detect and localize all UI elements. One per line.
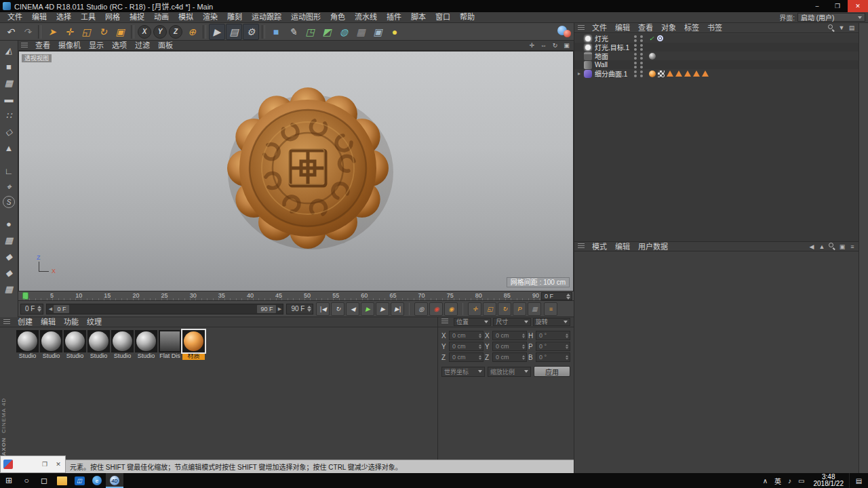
interface-select[interactable]: 启动 (用户) [797, 13, 865, 22]
material-item[interactable]: 材质 [182, 330, 205, 360]
object-menu-item[interactable]: 书签 [703, 23, 726, 33]
menu-item[interactable]: 角色 [326, 12, 350, 22]
lock-z-axis-icon[interactable]: Z [169, 25, 182, 39]
object-menu-item[interactable]: 对象 [657, 23, 680, 33]
range-left-arrow-icon[interactable]: ◀ [47, 306, 54, 312]
rotation-field[interactable]: 0 ° [536, 331, 570, 340]
spinner-arrows-icon[interactable] [479, 355, 481, 360]
material-thumbnail[interactable] [159, 330, 181, 352]
undo-icon[interactable]: ↶ [2, 24, 18, 40]
coordinate-header-dropdown[interactable]: 尺寸 [493, 318, 530, 326]
end-frame-field[interactable]: 90 F [286, 304, 313, 314]
material-menu-item[interactable]: 功能 [60, 317, 83, 327]
object-row[interactable]: ▸ 细分曲面.1 [574, 69, 859, 78]
panel-grip-icon[interactable] [441, 319, 448, 325]
texture-mode-icon[interactable]: ▦ [1, 75, 16, 90]
add-light-icon[interactable]: ● [387, 24, 403, 40]
pan-view-icon[interactable]: ✛ [527, 41, 537, 50]
visibility-dots[interactable] [634, 35, 643, 42]
mini-restore-button[interactable]: ❐ [38, 456, 52, 472]
position-field[interactable]: 0 cm [449, 352, 484, 362]
object-tag-icon[interactable] [649, 70, 656, 77]
cinema4d-taskbar-icon[interactable]: 4D [106, 473, 123, 488]
panel-menu-icon[interactable]: ≡ [849, 243, 856, 250]
file-explorer-icon[interactable] [53, 473, 71, 488]
spinner-arrows-icon[interactable] [522, 333, 525, 338]
record-rotation-toggle[interactable]: ↻ [498, 302, 511, 316]
scale-tool-icon[interactable]: ◱ [78, 24, 94, 40]
object-menu-item[interactable]: 文件 [588, 23, 611, 33]
visibility-dots[interactable] [634, 62, 643, 68]
object-tag-icon[interactable] [649, 53, 656, 60]
task-view-icon[interactable]: ◻ [35, 473, 53, 488]
range-start-handle[interactable]: 0 F [54, 305, 69, 313]
add-volume-icon[interactable]: ◍ [336, 24, 352, 40]
rotation-field[interactable]: 0 ° [536, 342, 570, 351]
viewport-menu-item[interactable]: 查看 [31, 41, 54, 50]
object-menu-item[interactable]: 查看 [634, 23, 657, 33]
spinner-arrows-icon[interactable] [479, 333, 481, 338]
add-field-icon[interactable]: ▦ [353, 24, 369, 40]
add-spline-icon[interactable]: ✎ [285, 24, 301, 40]
viewport-menu-item[interactable]: 过滤 [131, 41, 154, 50]
play-mode-button[interactable]: ↻ [331, 302, 344, 316]
workplane-mode-icon[interactable]: ▬ [1, 92, 16, 106]
viewport-menu-item[interactable]: 摄像机 [54, 41, 85, 50]
autokey-button[interactable]: ◉ [429, 302, 443, 316]
close-button[interactable]: ✕ [848, 0, 868, 12]
object-tag-icon[interactable] [657, 35, 663, 41]
spinner-arrows-icon[interactable] [566, 333, 568, 338]
rotation-field[interactable]: 0 ° [536, 352, 570, 362]
menu-item[interactable]: 选择 [52, 12, 76, 22]
object-tag-icon[interactable] [675, 70, 682, 77]
material-thumbnail[interactable] [182, 330, 205, 352]
filter-icon[interactable]: ▼ [838, 24, 845, 32]
material-item[interactable]: Flat Dis [159, 330, 181, 360]
edge-browser-icon[interactable]: e [88, 473, 106, 488]
size-field[interactable]: 0 cm [492, 342, 527, 351]
spinner-arrows-icon[interactable] [37, 306, 41, 312]
goto-start-button[interactable]: |◀ [316, 302, 330, 316]
keyframe-selection-button[interactable]: ◉ [444, 302, 458, 316]
prev-frame-button[interactable]: ◀ [346, 302, 359, 316]
material-item[interactable]: Studio [87, 330, 110, 360]
render-view-icon[interactable]: ▶ [209, 24, 225, 40]
ruler-frame-field[interactable]: 0 F [541, 292, 572, 300]
menu-item[interactable]: 帮助 [455, 12, 479, 22]
record-parameter-toggle[interactable]: P [513, 302, 526, 316]
object-name[interactable]: 细分曲面.1 [595, 68, 627, 79]
browser-icon[interactable]: ▤ [848, 24, 855, 32]
search-icon[interactable] [828, 24, 835, 32]
lock-icon[interactable]: ▣ [839, 243, 846, 250]
taskbar-clock[interactable]: 3:48 2018/1/22 [808, 474, 850, 487]
mini-window[interactable]: ❐ ✕ [0, 455, 66, 473]
menu-item[interactable]: 流水线 [350, 12, 382, 22]
edges-mode-icon[interactable]: ◇ [1, 124, 16, 139]
network-icon[interactable]: ▭ [795, 477, 808, 485]
model-mode-icon[interactable]: ■ [1, 59, 16, 74]
menu-item[interactable]: 动画 [149, 12, 174, 22]
object-menu-item[interactable]: 编辑 [611, 23, 634, 33]
object-menu-item[interactable]: 标签 [680, 23, 703, 33]
up-icon[interactable]: ▲ [818, 243, 825, 250]
coordinate-space-dropdown[interactable]: 世界坐标 [441, 367, 485, 377]
add-deformer-icon[interactable]: ◩ [319, 24, 335, 40]
make-editable-icon[interactable]: ◭ [1, 43, 16, 58]
material-menu-item[interactable]: 纹理 [83, 317, 106, 327]
lock-x-axis-icon[interactable]: X [138, 25, 151, 39]
snap-icon[interactable]: ◆ [1, 249, 16, 264]
minimize-button[interactable]: – [807, 0, 827, 12]
position-field[interactable]: 0 cm [449, 331, 484, 340]
mini-close-button[interactable]: ✕ [52, 456, 65, 472]
search-icon[interactable]: ○ [18, 473, 35, 488]
maximize-button[interactable]: ❐ [827, 0, 848, 12]
grid-snap-icon[interactable]: ▦ [1, 281, 16, 296]
material-thumbnail[interactable] [16, 330, 39, 352]
attribute-menu-item[interactable]: 用户数据 [634, 242, 672, 251]
record-scale-toggle[interactable]: ◱ [483, 302, 496, 316]
visibility-dots[interactable] [634, 70, 643, 77]
material-menu-item[interactable]: 创建 [14, 317, 37, 327]
menu-item[interactable]: 脚本 [406, 12, 431, 22]
apply-button[interactable]: 应用 [534, 366, 570, 377]
coordinate-header-dropdown[interactable]: 旋转 [533, 318, 570, 326]
